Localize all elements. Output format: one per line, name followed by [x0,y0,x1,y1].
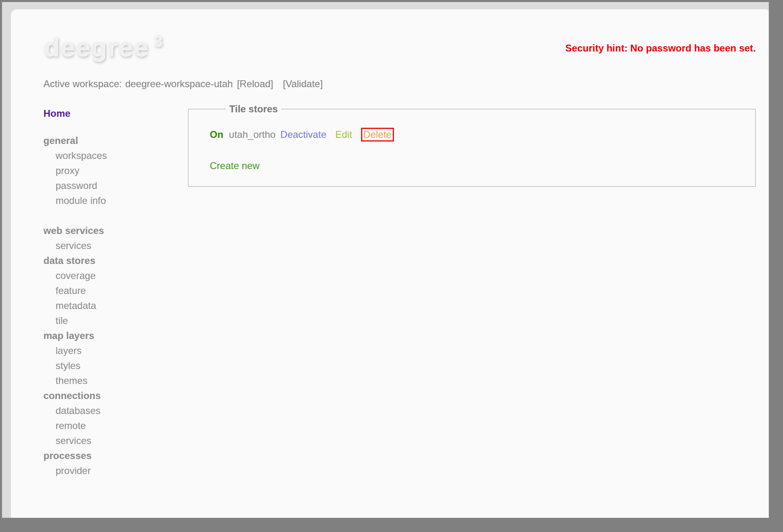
deegree-logo: deegree3 [43,32,214,62]
store-rows: Onutah_orthoDeactivateEditDelete [210,128,755,142]
sidebar: Home generalworkspacesproxypasswordmodul… [43,106,188,478]
sidebar-item-home[interactable]: Home [43,106,188,121]
deactivate-link[interactable]: Deactivate [280,129,326,140]
console-page: Security hint: No password has been set.… [11,9,769,518]
sidebar-item-data-stores-coverage[interactable]: coverage [43,268,188,283]
sidebar-section-processes: processesprovider [43,448,188,478]
sidebar-item-general-workspaces[interactable]: workspaces [43,148,188,163]
tile-stores-legend: Tile stores [226,103,281,115]
sidebar-group-processes: processes [43,448,188,463]
store-row: Onutah_orthoDeactivateEditDelete [210,128,755,142]
deegree-logo-text: deegree [43,32,148,62]
store-status: On [210,129,223,140]
sidebar-item-map-layers-themes[interactable]: themes [43,373,188,388]
sidebar-section-connections: connectionsdatabasesremoteservices [43,388,188,448]
sidebar-item-web-services-services[interactable]: services [43,238,188,253]
active-workspace-label: Active workspace: [43,78,122,89]
sidebar-item-data-stores-tile[interactable]: tile [43,313,188,328]
sidebar-item-connections-remote[interactable]: remote [43,418,188,433]
sidebar-group-map-layers: map layers [43,328,188,343]
sidebar-item-connections-databases[interactable]: databases [43,403,188,418]
sidebar-item-general-password[interactable]: password [43,178,188,193]
sidebar-item-general-module-info[interactable]: module info [43,193,188,208]
sidebar-group-data-stores: data stores [43,253,188,268]
sidebar-item-data-stores-feature[interactable]: feature [43,283,188,298]
deegree-logo-version: 3 [153,32,163,49]
sidebar-section-web-services: web servicesservices [43,223,188,253]
create-new-link[interactable]: Create new [210,160,260,172]
content-columns: Home generalworkspacesproxypasswordmodul… [43,90,756,478]
sidebar-item-data-stores-metadata[interactable]: metadata [43,298,188,313]
security-hint: Security hint: No password has been set. [566,43,756,54]
desktop-background: Security hint: No password has been set.… [2,2,769,518]
sidebar-item-processes-provider[interactable]: provider [43,463,188,478]
active-workspace-name: deegree-workspace-utah [125,78,233,89]
store-name: utah_ortho [229,129,275,140]
sidebar-item-map-layers-styles[interactable]: styles [43,358,188,373]
sidebar-section-general: generalworkspacesproxypasswordmodule inf… [43,133,188,208]
validate-link[interactable]: [Validate] [283,78,323,89]
sidebar-sections: generalworkspacesproxypasswordmodule inf… [43,133,188,478]
sidebar-section-map-layers: map layerslayersstylesthemes [43,328,188,388]
sidebar-group-general: general [43,133,188,148]
delete-link[interactable]: Delete [361,128,394,142]
reload-link[interactable]: [Reload] [237,78,273,89]
active-workspace-line: Active workspace:deegree-workspace-utah[… [43,78,756,90]
sidebar-section-data-stores: data storescoveragefeaturemetadatatile [43,253,188,328]
sidebar-group-web-services: web services [43,223,188,238]
sidebar-group-connections: connections [43,388,188,403]
sidebar-item-connections-services[interactable]: services [43,433,188,448]
sidebar-item-map-layers-layers[interactable]: layers [43,343,188,358]
sidebar-item-general-proxy[interactable]: proxy [43,163,188,178]
main-content: Tile stores Onutah_orthoDeactivateEditDe… [188,90,756,187]
edit-link[interactable]: Edit [335,129,352,140]
tile-stores-panel: Tile stores Onutah_orthoDeactivateEditDe… [188,103,756,187]
